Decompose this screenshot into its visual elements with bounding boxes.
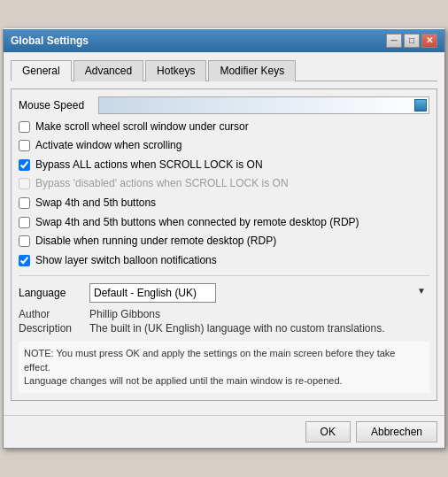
checkbox-label-scroll-under-cursor: Make scroll wheel scroll window under cu… (35, 120, 249, 135)
title-bar-buttons: ─ □ ✕ (386, 34, 437, 48)
description-label: Description (19, 322, 89, 335)
mouse-speed-label: Mouse Speed (19, 99, 98, 112)
global-settings-window: Global Settings ─ □ ✕ General Advanced H… (3, 28, 445, 450)
checkbox-label-show-balloon: Show layer switch balloon notifications (35, 254, 217, 268)
checkbox-bypass-all-scroll-lock[interactable] (19, 159, 30, 171)
author-label: Author (19, 308, 89, 320)
language-row: Language Default - English (UK) English … (19, 283, 429, 303)
mouse-speed-slider[interactable] (98, 96, 429, 114)
checkbox-label-swap-4th-5th-rdp: Swap 4th and 5th buttons when connected … (35, 216, 359, 230)
checkbox-row-7: Show layer switch balloon notifications (19, 253, 429, 269)
checkbox-scroll-under-cursor[interactable] (19, 121, 30, 133)
language-label: Language (19, 287, 89, 299)
checkbox-swap-4th-5th[interactable] (19, 197, 30, 209)
tab-hotkeys[interactable]: Hotkeys (145, 60, 206, 81)
tab-modifier-keys[interactable]: Modifier Keys (208, 60, 296, 81)
checkbox-row-5: Swap 4th and 5th buttons when connected … (19, 215, 429, 231)
checkbox-row-3: Bypass 'disabled' actions when SCROLL LO… (19, 176, 429, 192)
note-text: NOTE: You must press OK and apply the se… (24, 348, 395, 386)
checkbox-label-activate-window: Activate window when scrolling (35, 139, 182, 153)
description-row: Description The built in (UK English) la… (19, 322, 429, 335)
checkbox-label-bypass-all-scroll-lock: Bypass ALL actions when SCROLL LOCK is O… (35, 158, 263, 173)
title-bar: Global Settings ─ □ ✕ (4, 29, 444, 52)
close-button[interactable]: ✕ (421, 34, 437, 48)
slider-track (99, 97, 429, 113)
checkbox-swap-4th-5th-rdp[interactable] (19, 217, 30, 228)
tab-panel-general: Mouse Speed Make scroll wheel scroll win… (11, 88, 437, 402)
language-select[interactable]: Default - English (UK) English (US) Deut… (89, 283, 216, 303)
mouse-speed-row: Mouse Speed (19, 96, 429, 114)
checkbox-label-disable-rdp: Disable when running under remote deskto… (35, 235, 276, 249)
checkbox-label-swap-4th-5th: Swap 4th and 5th buttons (35, 196, 156, 211)
cancel-button[interactable]: Abbrechen (356, 421, 437, 442)
slider-thumb[interactable] (414, 99, 427, 112)
checkbox-disable-rdp[interactable] (19, 235, 30, 247)
ok-button[interactable]: OK (305, 421, 351, 442)
checkbox-label-bypass-disabled-scroll-lock: Bypass 'disabled' actions when SCROLL LO… (35, 177, 289, 191)
checkbox-row-4: Swap 4th and 5th buttons (19, 196, 429, 212)
checkbox-row-6: Disable when running under remote deskto… (19, 234, 429, 250)
author-row: Author Phillip Gibbons (19, 308, 429, 320)
author-value: Phillip Gibbons (89, 308, 160, 320)
language-select-wrapper: Default - English (UK) English (US) Deut… (89, 283, 429, 303)
checkbox-row-1: Activate window when scrolling (19, 138, 429, 154)
window-title: Global Settings (11, 35, 89, 47)
note-box: NOTE: You must press OK and apply the se… (19, 342, 429, 393)
checkbox-bypass-disabled-scroll-lock[interactable] (19, 178, 30, 189)
maximize-button[interactable]: □ (404, 34, 420, 48)
description-value: The built in (UK English) language with … (89, 322, 385, 335)
minimize-button[interactable]: ─ (386, 34, 402, 48)
footer: OK Abbrechen (4, 415, 444, 448)
checkbox-activate-window[interactable] (19, 140, 30, 151)
tab-advanced[interactable]: Advanced (73, 60, 143, 81)
tab-general[interactable]: General (11, 60, 72, 81)
checkbox-row-0: Make scroll wheel scroll window under cu… (19, 119, 429, 135)
checkbox-row-2: Bypass ALL actions when SCROLL LOCK is O… (19, 158, 429, 173)
window-content: General Advanced Hotkeys Modifier Keys M… (4, 52, 444, 416)
tab-bar: General Advanced Hotkeys Modifier Keys (11, 59, 437, 81)
language-section: Language Default - English (UK) English … (19, 275, 429, 393)
checkbox-show-balloon[interactable] (19, 255, 30, 266)
